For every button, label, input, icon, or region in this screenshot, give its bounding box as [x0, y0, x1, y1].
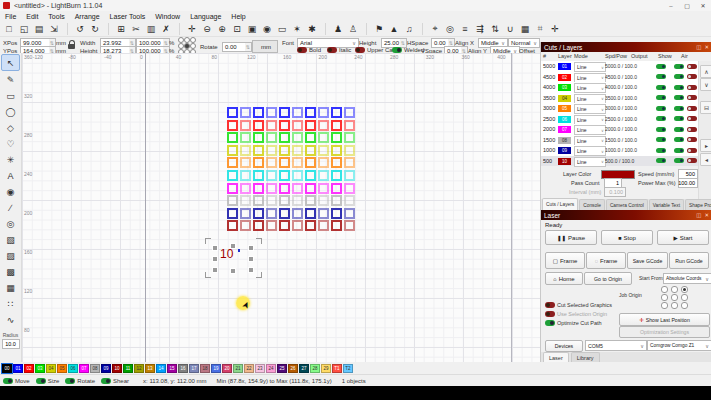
show-toggle[interactable]: [674, 74, 684, 79]
air-toggle[interactable]: [687, 127, 697, 132]
flag-icon[interactable]: ⚑: [372, 22, 386, 35]
show-toggle[interactable]: [674, 137, 684, 142]
grid-square-04[interactable]: [227, 145, 238, 156]
boolean-subtract-tool[interactable]: ▨: [2, 248, 19, 263]
move-layer-up-button[interactable]: ∧: [700, 65, 711, 78]
show-toggle[interactable]: [674, 127, 684, 132]
grid-square-09[interactable]: [266, 208, 277, 219]
menu-arrange[interactable]: Arrange: [70, 11, 105, 21]
boolean-intersect-tool[interactable]: ▩: [2, 264, 19, 279]
grid-square-01[interactable]: [318, 107, 329, 118]
laser-panel-header[interactable]: Laser ◫✕: [541, 210, 711, 220]
layer-mode-combo[interactable]: Line: [574, 73, 606, 83]
move-layer-down-button[interactable]: ∨: [700, 78, 711, 91]
job-origin-radio[interactable]: [671, 302, 678, 309]
grid-square-05[interactable]: [292, 157, 303, 168]
job-origin-radio[interactable]: [661, 302, 668, 309]
palette-swatch-11[interactable]: 11: [123, 364, 133, 373]
stop-button[interactable]: ■Stop: [601, 230, 653, 245]
text-tool[interactable]: A: [2, 168, 19, 183]
grid-square-06[interactable]: [253, 170, 264, 181]
toggle-use-selection-origin[interactable]: Use Selection Origin: [545, 311, 607, 317]
paste-icon[interactable]: ▥: [144, 22, 158, 35]
layer-color-chip[interactable]: 07: [558, 126, 571, 133]
grid-square-05[interactable]: [266, 157, 277, 168]
pop-out-button[interactable]: ▸: [700, 139, 711, 152]
optimization-settings-button[interactable]: Optimization Settings: [619, 326, 710, 338]
grid-square-07[interactable]: [253, 183, 264, 194]
dock-tab-camera-control[interactable]: Camera Control: [606, 199, 648, 210]
palette-swatch-13[interactable]: 13: [145, 364, 155, 373]
selection-handle[interactable]: [248, 245, 254, 251]
grid-square-05[interactable]: [240, 157, 251, 168]
grid-square-08[interactable]: [318, 195, 329, 206]
grid-square-08[interactable]: [344, 195, 355, 206]
distribute-icon[interactable]: ⇶: [473, 22, 487, 35]
grid-square-06[interactable]: [292, 170, 303, 181]
grid-square-05[interactable]: [227, 157, 238, 168]
selection-handle[interactable]: [212, 267, 218, 273]
palette-swatch-04[interactable]: 04: [46, 364, 56, 373]
zoom-out-icon[interactable]: ⊖: [200, 22, 214, 35]
grid-square-07[interactable]: [240, 183, 251, 194]
grid-square-07[interactable]: [331, 183, 342, 194]
grid-square-02[interactable]: [240, 120, 251, 131]
magnet-icon[interactable]: ∪: [503, 22, 517, 35]
grid-square-10[interactable]: [240, 220, 251, 231]
grid-square-01[interactable]: [240, 107, 251, 118]
grid-square-01[interactable]: [344, 107, 355, 118]
output-toggle[interactable]: [656, 158, 666, 163]
grid-square-06[interactable]: [240, 170, 251, 181]
show-last-position-button[interactable]: ✛Show Last Position: [619, 313, 710, 326]
selection-rotate-corner[interactable]: [205, 238, 211, 244]
grid-square-08[interactable]: [292, 195, 303, 206]
palette-swatch-21[interactable]: 21: [233, 364, 243, 373]
output-toggle[interactable]: [656, 106, 666, 111]
status-toggle-move[interactable]: Move: [3, 378, 30, 384]
layer-mode-combo[interactable]: Line: [574, 83, 606, 93]
grid-square-07[interactable]: [305, 183, 316, 194]
device-combo[interactable]: Comgrow Comgo Z1: [647, 340, 711, 351]
palette-swatch-22[interactable]: 22: [244, 364, 254, 373]
selection-handle[interactable]: [212, 256, 218, 262]
show-toggle[interactable]: [674, 106, 684, 111]
grid-square-09[interactable]: [344, 208, 355, 219]
grid-square-06[interactable]: [266, 170, 277, 181]
grid-square-02[interactable]: [318, 120, 329, 131]
job-origin-grid[interactable]: [661, 286, 691, 310]
grid-square-10[interactable]: [318, 220, 329, 231]
grid-square-09[interactable]: [227, 208, 238, 219]
snap-icon[interactable]: ⌗: [533, 22, 547, 35]
frame-square-button[interactable]: ▢Frame: [545, 252, 585, 269]
palette-swatch-05[interactable]: 05: [57, 364, 67, 373]
palette-swatch-03[interactable]: 03: [35, 364, 45, 373]
palette-swatch-29[interactable]: 29: [321, 364, 331, 373]
grid-square-05[interactable]: [253, 157, 264, 168]
grid-square-05[interactable]: [331, 157, 342, 168]
show-toggle[interactable]: [674, 148, 684, 153]
output-toggle[interactable]: [656, 116, 666, 121]
crosshair-icon[interactable]: ✛: [548, 22, 562, 35]
zoom-page-icon[interactable]: ⊡: [230, 22, 244, 35]
user-icon[interactable]: ♙: [346, 22, 360, 35]
pause-button[interactable]: ❚❚Pause: [545, 230, 597, 245]
grid-square-02[interactable]: [227, 120, 238, 131]
palette-swatch-09[interactable]: 09: [101, 364, 111, 373]
layer-color-chip[interactable]: 01: [558, 63, 571, 70]
air-toggle[interactable]: [687, 148, 697, 153]
show-toggle[interactable]: [674, 158, 684, 163]
layer-color-chip[interactable]: 06: [558, 116, 571, 123]
move-laser-icon[interactable]: ⌖: [428, 22, 442, 35]
swap-icon[interactable]: ⇅: [488, 22, 502, 35]
undo-icon[interactable]: ↺: [73, 22, 87, 35]
layer-color-chip[interactable]: 10: [558, 158, 571, 165]
lock-aspect-icon[interactable]: [68, 44, 75, 49]
radius-field[interactable]: 10.0: [2, 339, 20, 349]
grid-square-09[interactable]: [292, 208, 303, 219]
job-origin-radio[interactable]: [681, 286, 688, 293]
boolean-union-tool[interactable]: ▧: [2, 232, 19, 247]
grid-square-01[interactable]: [253, 107, 264, 118]
grid-square-09[interactable]: [240, 208, 251, 219]
output-toggle[interactable]: [656, 137, 666, 142]
cut-shapes-tool[interactable]: ▦: [2, 280, 19, 295]
